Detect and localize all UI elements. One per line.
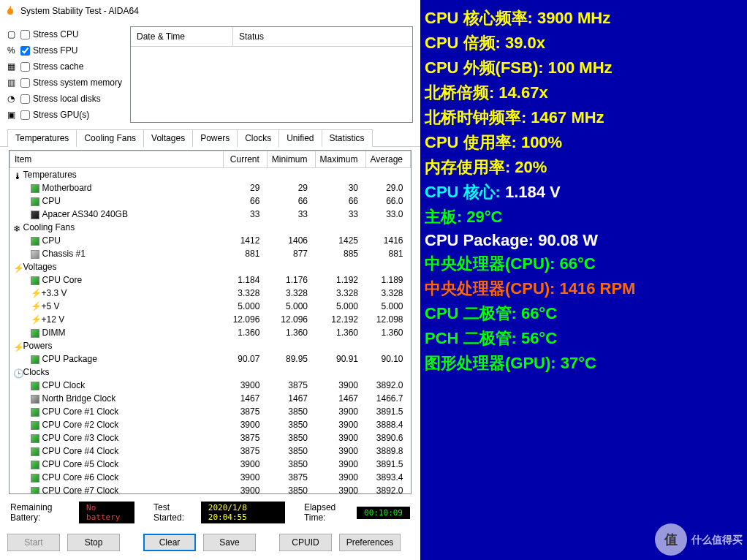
osd-label: 图形处理器(GPU): xyxy=(425,352,556,374)
val-current: 3.328 xyxy=(223,287,267,300)
val-current: 3900 xyxy=(223,458,267,471)
flame-icon xyxy=(4,5,16,17)
col-current[interactable]: Current xyxy=(223,151,267,168)
stress-type-icon: % xyxy=(7,45,18,56)
statistics-table[interactable]: Item Current Minimum Maximum Average 🌡Te… xyxy=(9,150,412,494)
stat-row[interactable]: CPU Core #7 Clock 3900 3850 3900 3892.0 xyxy=(10,484,411,494)
tab-unified[interactable]: Unified xyxy=(278,129,322,147)
log-header-datetime: Date & Time xyxy=(131,27,233,46)
val-maximum: 3900 xyxy=(315,418,365,431)
val-average: 3891.5 xyxy=(365,458,410,471)
stress-type-icon: ▣ xyxy=(7,110,18,120)
thermometer-icon: 🌡 xyxy=(13,171,22,180)
stat-row[interactable]: CPU Core #6 Clock 3900 3875 3900 3893.4 xyxy=(10,471,411,484)
val-maximum: 12.192 xyxy=(315,313,365,326)
val-maximum: 5.000 xyxy=(315,300,365,313)
val-average: 3892.0 xyxy=(365,379,410,392)
stat-row[interactable]: CPU 1412 1406 1425 1416 xyxy=(10,234,411,247)
category-row[interactable]: ⚡Voltages xyxy=(10,260,411,273)
stat-row[interactable]: DIMM 1.360 1.360 1.360 1.360 xyxy=(10,326,411,339)
clear-button[interactable]: Clear xyxy=(143,534,196,551)
osd-value: 1.184 V xyxy=(505,183,561,202)
val-current: 3875 xyxy=(223,431,267,444)
item-icon xyxy=(31,329,39,338)
col-average[interactable]: Average xyxy=(365,151,410,168)
tab-powers[interactable]: Powers xyxy=(192,129,238,147)
stat-row[interactable]: ⚡+5 V 5.000 5.000 5.000 5.000 xyxy=(10,300,411,313)
item-name: CPU Clock xyxy=(42,380,86,390)
col-maximum[interactable]: Maximum xyxy=(315,151,365,168)
osd-line: CPU 倍频: 39.0x xyxy=(425,32,743,54)
cpuid-button[interactable]: CPUID xyxy=(279,534,332,551)
stat-row[interactable]: Apacer AS340 240GB 33 33 33 33.0 xyxy=(10,208,411,221)
osd-line: CPU 二极管: 66°C xyxy=(425,303,743,325)
stress-checkbox[interactable] xyxy=(20,94,30,104)
stat-row[interactable]: ⚡+3.3 V 3.328 3.328 3.328 3.328 xyxy=(10,287,411,300)
stat-row[interactable]: CPU Core #1 Clock 3875 3850 3900 3891.5 xyxy=(10,405,411,418)
stat-row[interactable]: CPU Core #2 Clock 3900 3850 3900 3888.4 xyxy=(10,418,411,431)
category-row[interactable]: 🌡Temperatures xyxy=(10,168,411,182)
item-name: +5 V xyxy=(42,301,60,311)
stat-row[interactable]: Chassis #1 881 877 885 881 xyxy=(10,247,411,260)
stress-checkbox[interactable] xyxy=(20,62,30,72)
item-icon xyxy=(31,474,39,483)
val-minimum: 66 xyxy=(267,194,315,208)
stat-row[interactable]: North Bridge Clock 1467 1467 1467 1466.7 xyxy=(10,392,411,405)
preferences-button[interactable]: Preferences xyxy=(339,534,401,551)
stress-checkbox[interactable] xyxy=(20,46,30,56)
tab-clocks[interactable]: Clocks xyxy=(237,129,279,147)
stress-type-icon: ◔ xyxy=(7,94,18,104)
item-icon xyxy=(31,237,39,246)
stress-option: ▣ Stress GPU(s) xyxy=(7,107,124,123)
stop-button[interactable]: Stop xyxy=(67,534,120,551)
osd-label: CPU 核心: xyxy=(425,181,501,203)
item-icon xyxy=(31,395,39,404)
stress-checkbox[interactable] xyxy=(20,110,30,120)
tab-temperatures[interactable]: Temperatures xyxy=(7,129,77,147)
osd-value: 56°C xyxy=(521,329,557,348)
item-name: North Bridge Clock xyxy=(42,393,116,404)
stat-row[interactable]: CPU Package 90.07 89.95 90.91 90.10 xyxy=(10,352,411,366)
val-minimum: 3850 xyxy=(267,405,315,418)
val-maximum: 1425 xyxy=(315,234,365,247)
val-maximum: 33 xyxy=(315,208,365,221)
clock-icon: 🕒 xyxy=(13,368,22,377)
stress-option: ▦ Stress cache xyxy=(7,58,124,75)
category-row[interactable]: 🕒Clocks xyxy=(10,366,411,379)
tab-cooling-fans[interactable]: Cooling Fans xyxy=(76,129,144,147)
item-name: CPU Core #3 Clock xyxy=(42,433,119,443)
val-maximum: 3900 xyxy=(315,379,365,392)
category-row[interactable]: ⚡Powers xyxy=(10,339,411,352)
val-minimum: 1.360 xyxy=(267,326,315,339)
stat-row[interactable]: CPU Core #3 Clock 3875 3850 3900 3890.6 xyxy=(10,431,411,444)
start-button[interactable]: Start xyxy=(7,534,60,551)
val-maximum: 30 xyxy=(315,181,365,194)
val-current: 12.096 xyxy=(223,313,267,326)
stat-row[interactable]: CPU 66 66 66 66.0 xyxy=(10,194,411,208)
osd-line: CPU 使用率: 100% xyxy=(425,132,743,154)
item-name: Chassis #1 xyxy=(42,249,86,259)
stat-row[interactable]: CPU Clock 3900 3875 3900 3892.0 xyxy=(10,379,411,392)
category-row[interactable]: ❄Cooling Fans xyxy=(10,221,411,234)
col-item[interactable]: Item xyxy=(10,151,224,168)
started-label: Test Started: xyxy=(153,502,195,523)
osd-overlay: CPU 核心频率: 3900 MHzCPU 倍频: 39.0xCPU 外频(FS… xyxy=(420,0,747,560)
stat-row[interactable]: ⚡+12 V 12.096 12.096 12.192 12.098 xyxy=(10,313,411,326)
save-button[interactable]: Save xyxy=(203,534,256,551)
stat-row[interactable]: CPU Core #5 Clock 3900 3850 3900 3891.5 xyxy=(10,458,411,471)
val-maximum: 3.328 xyxy=(315,287,365,300)
val-current: 29 xyxy=(223,181,267,194)
val-current: 90.07 xyxy=(223,352,267,366)
col-minimum[interactable]: Minimum xyxy=(267,151,315,168)
osd-label: CPU 倍频: xyxy=(425,32,501,54)
stat-row[interactable]: CPU Core 1.184 1.176 1.192 1.189 xyxy=(10,273,411,287)
stat-row[interactable]: Motherboard 29 29 30 29.0 xyxy=(10,181,411,194)
stress-checkbox[interactable] xyxy=(20,30,30,39)
val-minimum: 3.328 xyxy=(267,287,315,300)
stat-row[interactable]: CPU Core #4 Clock 3875 3850 3900 3889.8 xyxy=(10,444,411,458)
log-body[interactable] xyxy=(131,47,412,113)
stress-checkbox[interactable] xyxy=(20,78,30,88)
tab-statistics[interactable]: Statistics xyxy=(322,129,373,147)
tab-voltages[interactable]: Voltages xyxy=(143,129,193,147)
val-average: 33.0 xyxy=(365,208,410,221)
